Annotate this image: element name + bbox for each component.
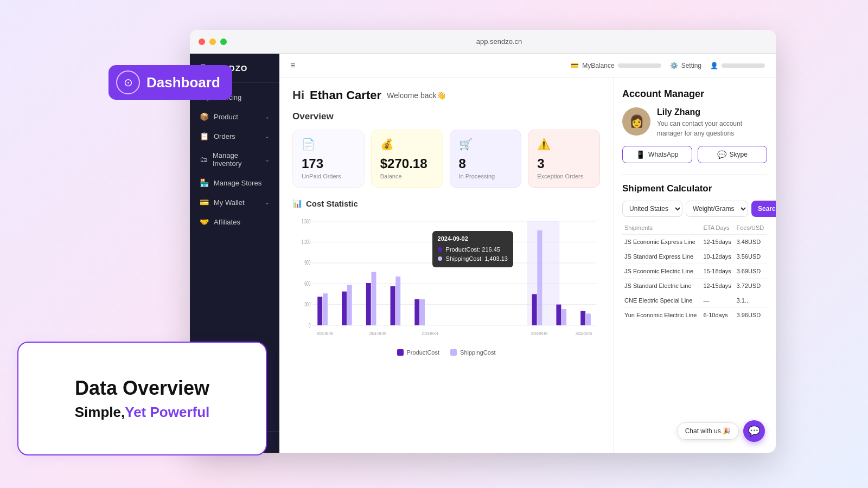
- chart-container: 0 300 600 900 1,200 1,500: [292, 215, 600, 345]
- am-profile: 👩 Lily Zhang You can contact your accoun…: [622, 107, 767, 138]
- am-description: You can contact your account manager for…: [657, 119, 767, 138]
- sidebar-item-orders[interactable]: 📋 Orders ⌄: [190, 126, 279, 146]
- row-name: JS Economic Electric Line: [622, 264, 701, 279]
- outer-bg: ⊙ Dashboard Data Overview Simple,Yet Pow…: [0, 0, 868, 488]
- skype-button[interactable]: 💬 Skype: [698, 146, 768, 163]
- table-row: JS Economic Electric Line 15-18days 3.69…: [622, 264, 767, 279]
- exception-value: 3: [537, 156, 591, 171]
- table-row: JS Economic Express Line 12-15days 3.48U…: [622, 235, 767, 249]
- tl-yellow[interactable]: [209, 38, 216, 45]
- inventory-arrow: ⌄: [265, 156, 270, 163]
- svg-text:2024-09-05: 2024-09-05: [576, 331, 592, 337]
- skype-label: Skype: [730, 151, 748, 158]
- dashboard-label-text: Dashboard: [146, 74, 220, 91]
- sc-title: Shipment Calculator: [622, 183, 767, 194]
- row-eta: 10-12days: [701, 249, 734, 264]
- sc-inputs: United States Weight/Grams Search: [622, 201, 767, 217]
- overview-cards: 📄 173 UnPaid Orders 💰 $270.18 Balance 🛒: [292, 130, 600, 188]
- legend-shipping: ShippingCost: [450, 349, 495, 356]
- overview-title: Overview: [292, 111, 600, 122]
- chat-button[interactable]: 💬: [743, 420, 765, 442]
- row-fee: 3.48USD: [735, 235, 767, 249]
- legend-shipping-label: ShippingCost: [460, 349, 495, 356]
- tl-green[interactable]: [220, 38, 227, 45]
- setting-item[interactable]: ⚙️ Setting: [670, 62, 701, 69]
- svg-rect-25: [556, 305, 561, 325]
- row-fee: 3.1...: [735, 293, 767, 308]
- sc-search-button[interactable]: Search: [751, 201, 776, 217]
- am-title: Account Manager: [622, 88, 767, 100]
- svg-rect-15: [342, 292, 347, 325]
- whatsapp-label: WhatsApp: [648, 151, 678, 158]
- col-fees: Fees/USD: [735, 222, 767, 235]
- svg-text:900: 900: [304, 260, 310, 266]
- svg-rect-23: [532, 294, 537, 325]
- svg-rect-18: [371, 272, 376, 325]
- app-layout: S SENDZO 🔍 Sourcing 📦 Product ⌄ 📋: [190, 54, 776, 453]
- sidebar-item-wallet[interactable]: 💳 My Wallet ⌄: [190, 192, 279, 212]
- welcome-back: Welcome back👋: [387, 91, 446, 100]
- svg-text:2024-09-03: 2024-09-03: [531, 331, 548, 337]
- ov-card-unpaid: 📄 173 UnPaid Orders: [292, 130, 365, 188]
- svg-text:1,200: 1,200: [302, 239, 311, 245]
- setting-icon: ⚙️: [670, 62, 678, 69]
- balance-card-icon: 💰: [380, 138, 434, 151]
- balance-icon: 💳: [571, 62, 579, 69]
- url-bar: app.sendzo.cn: [231, 37, 767, 46]
- svg-rect-26: [561, 309, 566, 325]
- sidebar-item-manage-stores[interactable]: 🏪 Manage Stores: [190, 173, 279, 192]
- hamburger-icon[interactable]: ≡: [290, 61, 295, 70]
- svg-rect-22: [420, 299, 425, 325]
- processing-icon: 🛒: [459, 138, 513, 151]
- stores-label: Manage Stores: [214, 179, 261, 187]
- whatsapp-button[interactable]: 📱 WhatsApp: [622, 146, 692, 163]
- country-select[interactable]: United States: [622, 201, 682, 217]
- processing-label: In Processing: [459, 173, 513, 179]
- stores-icon: 🏪: [200, 178, 208, 187]
- affiliates-label: Affiliates: [214, 218, 240, 226]
- ov-card-balance: 💰 $270.18 Balance: [371, 130, 443, 188]
- table-row: JS Standard Express Line 10-12days 3.56U…: [622, 249, 767, 264]
- setting-label: Setting: [681, 62, 701, 69]
- product-icon: 📦: [200, 112, 208, 121]
- processing-value: 8: [459, 156, 513, 171]
- svg-text:0: 0: [309, 322, 311, 329]
- data-overview-card: Data Overview Simple,Yet Powerful: [17, 342, 267, 455]
- table-row: JS Standard Electric Line 12-15days 3.72…: [622, 279, 767, 293]
- chart-legend: ProductCost ShippingCost: [292, 349, 600, 356]
- user-item[interactable]: 👤: [710, 62, 765, 69]
- col-eta: ETA Days: [701, 222, 734, 235]
- row-name: Yun Economic Electric Line: [622, 308, 701, 323]
- tl-red[interactable]: [199, 38, 205, 45]
- orders-label: Orders: [214, 132, 235, 140]
- sc-table: Shipments ETA Days Fees/USD JS Economic …: [622, 222, 767, 322]
- weight-select[interactable]: Weight/Grams: [686, 201, 748, 217]
- am-avatar: 👩: [622, 107, 650, 136]
- cost-statistic-title: 📊 Cost Statistic: [292, 198, 600, 208]
- row-name: CNE Electric Special Line: [622, 293, 701, 308]
- welcome-name: Ethan Carter: [310, 88, 381, 102]
- row-eta: 15-18days: [701, 264, 734, 279]
- chat-widget: Chat with us 🎉 💬: [677, 420, 765, 442]
- svg-rect-19: [391, 286, 395, 325]
- product-label: Product: [214, 113, 238, 121]
- row-fee: 3.56USD: [735, 249, 767, 264]
- data-overview-title: Data Overview: [75, 377, 209, 400]
- inventory-icon: 🗂: [200, 155, 207, 164]
- legend-product: ProductCost: [397, 349, 440, 356]
- wallet-label: My Wallet: [214, 198, 245, 207]
- am-name: Lily Zhang: [657, 107, 767, 117]
- skype-icon: 💬: [717, 150, 726, 159]
- sidebar-item-affiliates[interactable]: 🤝 Affiliates: [190, 212, 279, 232]
- subtitle-normal: Simple,: [75, 404, 125, 420]
- sidebar-item-product[interactable]: 📦 Product ⌄: [190, 107, 279, 126]
- svg-rect-16: [347, 285, 352, 325]
- row-fee: 3.96USD: [735, 308, 767, 323]
- row-eta: 6-10days: [701, 308, 734, 323]
- subtitle-purple: Yet Powerful: [125, 404, 209, 420]
- svg-rect-21: [414, 299, 419, 325]
- right-panel: Account Manager 👩 Lily Zhang You can con…: [613, 78, 776, 453]
- sidebar-item-manage-inventory[interactable]: 🗂 Manage Inventory ⌄: [190, 146, 279, 173]
- svg-text:300: 300: [304, 301, 310, 308]
- svg-text:2024-09-01: 2024-09-01: [422, 331, 438, 337]
